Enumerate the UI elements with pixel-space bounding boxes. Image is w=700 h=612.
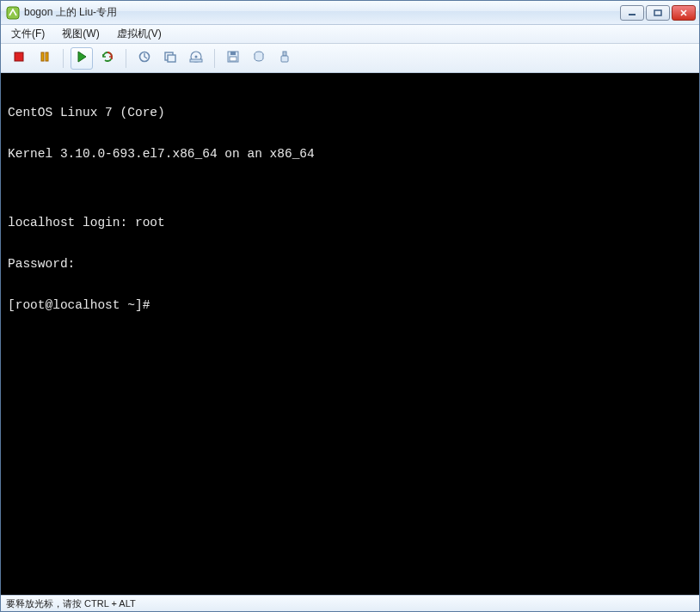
svg-rect-3 [15, 52, 23, 61]
floppy-button[interactable] [222, 47, 244, 70]
toolbar [1, 44, 699, 73]
console-line: localhost login: root [8, 216, 692, 230]
snapshot-icon [138, 50, 151, 66]
svg-rect-2 [654, 10, 661, 15]
minimize-button[interactable] [620, 5, 644, 21]
svg-point-10 [195, 56, 198, 58]
titlebar: bogon 上的 Liu-专用 [1, 1, 699, 25]
play-icon [75, 50, 89, 66]
cdrom-icon [189, 50, 203, 66]
menu-vm[interactable]: 虚拟机(V) [114, 25, 165, 43]
svg-rect-4 [41, 52, 44, 61]
maximize-button[interactable] [646, 5, 670, 21]
window-controls [620, 5, 696, 21]
window-title: bogon 上的 Liu-专用 [24, 5, 620, 20]
svg-rect-8 [168, 55, 175, 62]
svg-rect-16 [283, 52, 286, 56]
stop-button[interactable] [8, 47, 30, 70]
svg-rect-11 [190, 59, 202, 62]
toolbar-separator [214, 49, 215, 68]
svg-rect-13 [230, 52, 236, 55]
menu-file[interactable]: 文件(F) [8, 25, 48, 43]
console-line: [root@localhost ~]# [8, 298, 692, 312]
pause-icon [38, 50, 52, 66]
usb-icon [278, 50, 292, 66]
network-icon [252, 50, 266, 66]
refresh-button[interactable] [96, 47, 119, 70]
svg-rect-5 [46, 52, 48, 61]
pause-button[interactable] [34, 47, 56, 70]
snapshot-manager-button[interactable] [159, 47, 181, 70]
stop-icon [12, 50, 26, 66]
svg-rect-14 [230, 57, 236, 61]
snapshot-button[interactable] [133, 47, 156, 70]
console-area[interactable]: CentOS Linux 7 (Core) Kernel 3.10.0-693.… [1, 73, 699, 595]
svg-rect-1 [629, 14, 636, 15]
cdrom-button[interactable] [185, 47, 207, 70]
statusbar-text: 要释放光标，请按 CTRL + ALT [6, 597, 136, 610]
console-line: Password: [8, 257, 692, 271]
app-icon [6, 6, 20, 20]
refresh-icon [101, 50, 114, 66]
menubar: 文件(F) 视图(W) 虚拟机(V) [1, 25, 699, 44]
statusbar: 要释放光标，请按 CTRL + ALT [1, 595, 699, 611]
svg-rect-17 [281, 56, 288, 62]
toolbar-separator [63, 49, 64, 68]
console-line: Kernel 3.10.0-693.el7.x86_64 on an x86_6… [8, 147, 692, 161]
menu-view[interactable]: 视图(W) [58, 25, 102, 43]
close-button[interactable] [672, 5, 696, 21]
usb-button[interactable] [273, 47, 296, 70]
snapshot-manager-icon [163, 50, 177, 66]
floppy-icon [226, 50, 240, 66]
console-line: CentOS Linux 7 (Core) [8, 106, 692, 119]
toolbar-separator [126, 49, 126, 68]
network-button[interactable] [248, 47, 270, 70]
play-button[interactable] [71, 47, 93, 70]
